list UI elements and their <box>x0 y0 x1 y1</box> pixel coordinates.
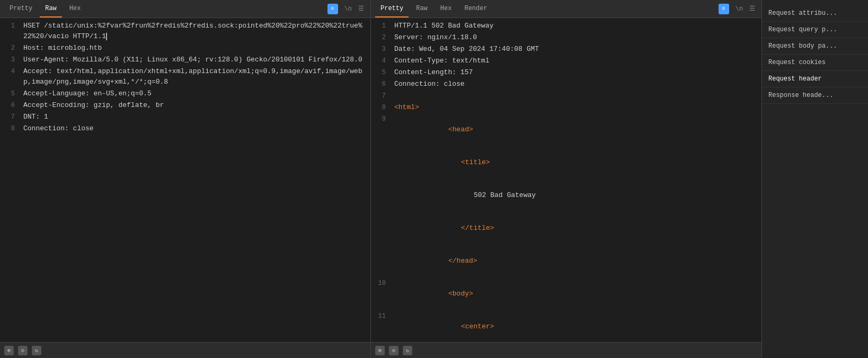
left-bottom-icon1[interactable]: ⊕ <box>4 346 14 355</box>
right-linenum-1: 1 <box>375 21 386 31</box>
left-linenum-2: 2 <box>4 43 15 53</box>
left-line-8: 8 Connection: close <box>0 123 370 135</box>
right-linenum-title-close <box>375 212 386 223</box>
left-linecontent-2: Host: microblog.htb <box>23 43 366 53</box>
left-bottom-icon3[interactable]: ↻ <box>32 346 41 355</box>
right-linecontent-5: Content-Length: 157 <box>394 67 757 78</box>
right-linecontent-10: <body> <box>394 278 757 310</box>
right-line-8: 8 <html> <box>371 102 761 113</box>
left-tab-hex[interactable]: Hex <box>64 0 86 17</box>
right-linenum-2: 2 <box>375 32 386 43</box>
sidebar-item-request-body[interactable]: Request body pa... <box>762 38 868 55</box>
sidebar-item-request-query[interactable]: Request query p... <box>762 22 868 38</box>
right-tab-bar: Pretty Raw Hex Render ≡ \n ☰ <box>371 0 761 18</box>
right-linecontent-9: <head> <box>394 114 757 146</box>
left-linenum-5: 5 <box>4 88 15 99</box>
right-linenum-3: 3 <box>375 44 386 55</box>
sidebar-item-response-header[interactable]: Response heade... <box>762 87 868 104</box>
right-sidebar: Request attribu... Request query p... Re… <box>762 0 868 358</box>
left-tab-raw[interactable]: Raw <box>40 0 62 17</box>
left-linecontent-6: Accept-Encoding: gzip, deflate, br <box>23 100 366 111</box>
left-linenum-7: 7 <box>4 112 15 122</box>
left-code-panel[interactable]: 1 HSET /static/unix:%2fvar%2frun%2fredis… <box>0 18 370 342</box>
right-line-2: 2 Server: nginx/1.18.0 <box>371 32 761 43</box>
left-linenum-6: 6 <box>4 100 15 111</box>
right-line-head-close: </head> <box>371 245 761 278</box>
left-line-4: 4 Accept: text/html,application/xhtml+xm… <box>0 66 370 88</box>
right-line-11: 11 <center> <box>371 310 761 342</box>
right-line-4: 4 Content-Type: text/html <box>371 55 761 67</box>
left-linenum-8: 8 <box>4 123 15 134</box>
left-linecontent-3: User-Agent: Mozilla/5.0 (X11; Linux x86_… <box>23 55 366 65</box>
left-line-7: 7 DNT: 1 <box>0 111 370 123</box>
right-linecontent-1: HTTP/1.1 502 Bad Gateway <box>394 21 757 31</box>
left-linecontent-7: DNT: 1 <box>23 112 366 122</box>
main-container: Pretty Raw Hex ≡ \n ☰ 1 HSET /static/uni… <box>0 0 868 358</box>
right-wrap-icon[interactable]: ≡ <box>719 4 729 14</box>
right-linenum-8: 8 <box>375 102 386 113</box>
left-panel: Pretty Raw Hex ≡ \n ☰ 1 HSET /static/uni… <box>0 0 371 358</box>
right-newline-icon[interactable]: \n <box>733 4 745 14</box>
right-linecontent-8: <html> <box>394 102 757 113</box>
right-linenum-6: 6 <box>375 79 386 90</box>
right-tab-hex[interactable]: Hex <box>435 0 457 17</box>
right-line-1: 1 HTTP/1.1 502 Bad Gateway <box>371 20 761 32</box>
left-bottom-icon2[interactable]: ⊙ <box>18 346 28 355</box>
left-linecontent-1: HSET /static/unix:%2fvar%2frun%2fredis%2… <box>23 21 366 42</box>
right-line-title-close: </title> <box>371 212 761 245</box>
right-linenum-title-text <box>375 180 386 190</box>
right-linecontent-title-close: </title> <box>394 212 757 244</box>
right-linecontent-11: <center> <box>394 311 757 342</box>
right-linecontent-head-close: </head> <box>394 245 757 277</box>
right-tab-pretty[interactable]: Pretty <box>375 0 409 17</box>
sidebar-item-request-header[interactable]: Request header <box>762 71 868 87</box>
left-linenum-4: 4 <box>4 66 15 77</box>
right-line-9: 9 <head> <box>371 113 761 146</box>
right-linecontent-3: Date: Wed, 04 Sep 2024 17:40:08 GMT <box>394 44 757 55</box>
right-menu-icon[interactable]: ☰ <box>747 4 757 14</box>
right-linenum-4: 4 <box>375 56 386 66</box>
left-newline-icon[interactable]: \n <box>342 4 354 14</box>
left-linecontent-5: Accept-Language: en-US,en;q=0.5 <box>23 88 366 99</box>
left-menu-icon[interactable]: ☰ <box>356 4 366 14</box>
left-linenum-3: 3 <box>4 55 15 65</box>
sidebar-item-request-cookies[interactable]: Request cookies <box>762 55 868 71</box>
right-line-5: 5 Content-Length: 157 <box>371 67 761 78</box>
right-linecontent-7 <box>394 91 757 101</box>
right-linecontent-2: Server: nginx/1.18.0 <box>394 32 757 43</box>
right-tab-raw[interactable]: Raw <box>411 0 433 17</box>
left-tab-bar: Pretty Raw Hex ≡ \n ☰ <box>0 0 370 18</box>
right-bottom-bar: ⊕ ⊙ ↻ <box>371 342 761 358</box>
left-bottom-bar: ⊕ ⊙ ↻ <box>0 342 370 358</box>
sidebar-item-request-attrib[interactable]: Request attribu... <box>762 5 868 22</box>
right-bottom-icon2[interactable]: ⊙ <box>389 346 398 355</box>
right-linecontent-6: Connection: close <box>394 79 757 90</box>
right-linenum-10: 10 <box>375 278 386 289</box>
left-linenum-1: 1 <box>4 21 15 31</box>
right-bottom-icon1[interactable]: ⊕ <box>375 346 385 355</box>
left-wrap-icon[interactable]: ≡ <box>327 4 338 14</box>
right-linenum-9: 9 <box>375 114 386 124</box>
right-line-10: 10 <body> <box>371 278 761 310</box>
right-line-7: 7 <box>371 90 761 102</box>
left-line-6: 6 Accept-Encoding: gzip, deflate, br <box>0 100 370 111</box>
left-linecontent-8: Connection: close <box>23 123 366 134</box>
right-line-title-text: 502 Bad Gateway <box>371 179 761 212</box>
left-line-1: 1 HSET /static/unix:%2fvar%2frun%2fredis… <box>0 20 370 42</box>
right-linecontent-title-text: 502 Bad Gateway <box>394 180 757 211</box>
right-linenum-7: 7 <box>375 91 386 101</box>
right-linenum-11: 11 <box>375 311 386 321</box>
right-line-6: 6 Connection: close <box>371 78 761 90</box>
right-bottom-icon3[interactable]: ↻ <box>403 346 412 355</box>
right-tab-render[interactable]: Render <box>459 0 492 17</box>
right-code-panel[interactable]: 1 HTTP/1.1 502 Bad Gateway 2 Server: ngi… <box>371 18 761 342</box>
right-linecontent-title-open: <title> <box>394 147 757 178</box>
right-line-3: 3 Date: Wed, 04 Sep 2024 17:40:08 GMT <box>371 43 761 55</box>
left-linecontent-4: Accept: text/html,application/xhtml+xml,… <box>23 66 366 87</box>
right-line-title-open: <title> <box>371 146 761 179</box>
left-tab-pretty[interactable]: Pretty <box>4 0 38 17</box>
left-line-3: 3 User-Agent: Mozilla/5.0 (X11; Linux x8… <box>0 54 370 66</box>
middle-panel: Pretty Raw Hex Render ≡ \n ☰ 1 HTTP/1.1 … <box>371 0 762 358</box>
left-line-5: 5 Accept-Language: en-US,en;q=0.5 <box>0 88 370 100</box>
right-linenum-title-open <box>375 147 386 157</box>
